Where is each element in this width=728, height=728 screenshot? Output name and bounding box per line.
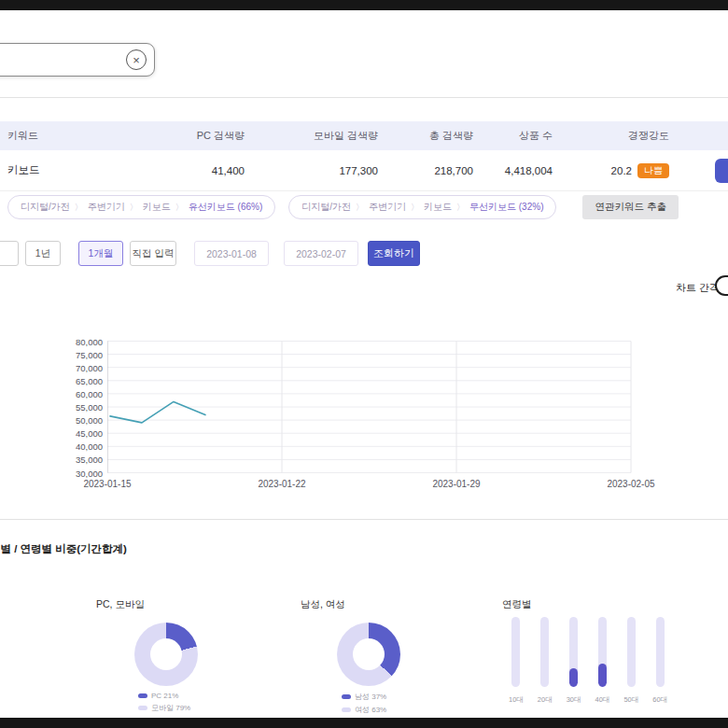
- table-header-row: 키워드 PC 검색량 모바일 검색량 총 검색량 상품 수 경쟁강도: [0, 121, 728, 150]
- age-bar: 20대: [538, 617, 553, 705]
- period-button-partial[interactable]: [0, 241, 19, 266]
- period-button-1-month[interactable]: 1개월: [78, 241, 123, 266]
- extract-related-keywords-button[interactable]: 연관키워드 추출: [582, 195, 678, 219]
- age-bar-label: 30대: [567, 695, 581, 705]
- chevron-separator-icon: 〉: [411, 202, 419, 214]
- top-window-bar: [0, 0, 728, 10]
- age-bar: 40대: [595, 617, 610, 705]
- category-chip-wireless[interactable]: 디지털/가전 〉 주변기기 〉 키보드 〉 무선키보드 (32%): [288, 195, 556, 219]
- category-segment: 주변기기: [88, 201, 125, 214]
- category-segment: 키보드: [424, 201, 452, 214]
- clear-search-icon[interactable]: ×: [126, 49, 147, 70]
- age-bar-track: [511, 617, 520, 687]
- legend-label: 모바일 79%: [151, 703, 190, 713]
- age-bar-track: [569, 617, 578, 687]
- category-breadcrumbs: 디지털/가전 〉 주변기기 〉 키보드 〉 유선키보드 (66%) 디지털/가전…: [7, 195, 679, 219]
- legend-label: 남성 37%: [355, 692, 386, 702]
- chart-title-gender: 남성, 여성: [301, 598, 345, 611]
- y-axis-tick-label: 50,000: [17, 415, 103, 426]
- period-button-custom[interactable]: 직접 입력: [130, 241, 176, 266]
- legend-label: PC 21%: [151, 692, 178, 700]
- search-volume-line-chart: [107, 336, 635, 478]
- divider: [0, 519, 728, 520]
- category-segment: 디지털/가전: [301, 201, 351, 214]
- category-leaf: 무선키보드 (32%): [469, 201, 543, 214]
- date-to-input[interactable]: 2023-02-07: [284, 241, 358, 266]
- search-input[interactable]: [5, 46, 117, 74]
- age-bar: 30대: [567, 617, 581, 705]
- age-bar: 60대: [652, 617, 667, 705]
- pc-mobile-legend: PC 21% 모바일 79%: [138, 692, 190, 713]
- age-bar-track: [656, 617, 665, 687]
- age-bar-track: [540, 617, 549, 687]
- pc-volume-cell: 41,400: [131, 165, 245, 176]
- category-segment: 키보드: [143, 201, 171, 214]
- total-volume-cell: 218,700: [378, 165, 473, 176]
- chevron-separator-icon: 〉: [356, 202, 364, 214]
- legend-swatch-pc: [138, 693, 147, 698]
- age-bar-fill: [569, 668, 578, 687]
- chevron-separator-icon: 〉: [75, 202, 83, 214]
- column-header-competition: 경쟁강도: [553, 129, 669, 143]
- age-bar: 10대: [509, 617, 524, 705]
- competition-badge: 나쁨: [637, 163, 669, 178]
- y-axis-tick-label: 40,000: [17, 441, 103, 452]
- chart-gap-label: 차트 간격: [676, 281, 720, 295]
- chevron-separator-icon: 〉: [130, 202, 138, 214]
- divider: [0, 97, 728, 98]
- x-axis-tick-label: 2023-01-22: [245, 479, 319, 489]
- y-axis-tick-label: 70,000: [17, 363, 103, 373]
- y-axis-tick-label: 35,000: [17, 455, 103, 465]
- section-title-gender-age: 성별 / 연령별 비중(기간합계): [0, 542, 127, 556]
- age-bar: 50대: [623, 617, 638, 705]
- category-chip-wired[interactable]: 디지털/가전 〉 주변기기 〉 키보드 〉 유선키보드 (66%): [7, 195, 275, 219]
- category-segment: 주변기기: [369, 201, 406, 214]
- legend-swatch-male: [342, 694, 351, 699]
- legend-row: 모바일 79%: [138, 703, 190, 713]
- bottom-window-bar: [0, 718, 728, 728]
- mobile-volume-cell: 177,300: [245, 165, 378, 176]
- row-action-button[interactable]: [715, 159, 728, 183]
- x-axis-tick-label: 2023-01-15: [70, 479, 145, 489]
- age-bar-label: 40대: [595, 695, 610, 705]
- keyword-analysis-page: × 키워드 PC 검색량 모바일 검색량 총 검색량 상품 수 경쟁강도 키보드…: [0, 0, 728, 728]
- column-header-total-volume: 총 검색량: [378, 129, 473, 143]
- gender-legend: 남성 37% 여성 63%: [342, 692, 386, 715]
- period-button-1-year[interactable]: 1년: [25, 241, 61, 266]
- product-count-cell: 4,418,004: [473, 165, 553, 176]
- legend-row: 여성 63%: [342, 705, 386, 715]
- x-axis-tick-label: 2023-02-05: [594, 479, 668, 489]
- chevron-separator-icon: 〉: [175, 202, 184, 214]
- competition-value: 20.2: [611, 165, 632, 176]
- column-header-mobile-volume: 모바일 검색량: [245, 129, 378, 143]
- keyword-cell: 키보드: [0, 163, 131, 177]
- y-axis-tick-label: 60,000: [17, 389, 103, 399]
- pc-mobile-donut-chart: [134, 623, 198, 686]
- y-axis-tick-label: 55,000: [17, 402, 103, 413]
- keyword-search-box: ×: [0, 43, 155, 77]
- legend-swatch-female: [342, 707, 351, 712]
- age-bar-fill: [598, 664, 607, 687]
- age-bar-track: [627, 617, 636, 687]
- age-bar-label: 60대: [652, 695, 667, 705]
- table-row[interactable]: 키보드 41,400 177,300 218,700 4,418,004 20.…: [0, 150, 728, 191]
- x-axis-tick-label: 2023-01-29: [419, 479, 494, 489]
- age-bar-label: 50대: [623, 695, 638, 705]
- age-bar-chart: 10대20대30대40대50대60대: [509, 617, 667, 705]
- category-segment: 디지털/가전: [21, 201, 70, 214]
- y-axis-tick-label: 65,000: [17, 376, 103, 386]
- y-axis-tick-label: 45,000: [17, 428, 103, 439]
- legend-label: 여성 63%: [355, 705, 386, 715]
- gender-donut-chart: [337, 623, 400, 686]
- category-leaf: 유선키보드 (66%): [189, 201, 262, 214]
- chart-title-pc-mobile: PC, 모바일: [96, 598, 145, 611]
- donut-hole: [353, 638, 385, 670]
- age-bar-label: 10대: [509, 695, 524, 705]
- chart-title-age: 연령별: [502, 598, 532, 611]
- date-from-input[interactable]: 2023-01-08: [194, 241, 269, 266]
- competition-cell: 20.2 나쁨: [553, 163, 669, 178]
- column-header-keyword: 키워드: [0, 129, 131, 143]
- column-header-pc-volume: PC 검색량: [131, 129, 245, 143]
- y-axis-tick-label: 75,000: [17, 350, 103, 360]
- query-submit-button[interactable]: 조회하기: [368, 241, 420, 266]
